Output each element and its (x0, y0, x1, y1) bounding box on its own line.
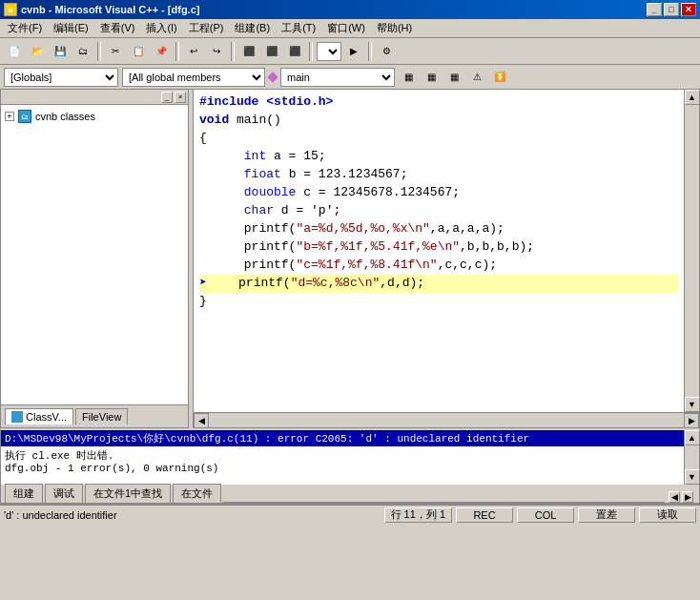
undo-button[interactable]: ↩ (183, 41, 204, 62)
output-tab-find2[interactable]: 在文件 (173, 484, 221, 503)
left-tabs: ClassV... FileView (1, 404, 188, 427)
search-button[interactable]: ⬛ (238, 41, 259, 62)
paste-button[interactable]: 📌 (151, 41, 172, 62)
nav-btn5[interactable]: ⏬ (490, 68, 509, 87)
search-combo[interactable] (317, 42, 341, 61)
toolbar1: 📄 📂 💾 🗂 ✂ 📋 📌 ↩ ↪ ⬛ ⬛ ⬛ ▶ ⚙ (0, 38, 700, 65)
code-line-7: char d = 'p'; (199, 202, 678, 220)
menu-edit[interactable]: 编辑(E) (48, 19, 94, 37)
output-tab-build[interactable]: 组建 (5, 484, 43, 503)
status-cap: 读取 (639, 507, 696, 523)
code-kw-douoble: douoble (244, 184, 297, 202)
menu-file[interactable]: 文件(F) (2, 19, 48, 37)
code-text-8: printf("a=%d,%5d,%o,%x\n",a,a,a,a); (244, 220, 504, 238)
scroll-left-btn[interactable]: ◀ (194, 413, 209, 428)
vertical-scrollbar[interactable]: ▲ ▼ (684, 90, 699, 412)
menu-project[interactable]: 工程(P) (183, 19, 230, 37)
output-tabs: 组建 调试 在文件1中查找 在文件 ◀ ▶ (1, 485, 699, 504)
menu-build[interactable]: 组建(B) (229, 19, 276, 37)
app-icon: ■ (4, 3, 17, 16)
tab-scroll-left[interactable]: ◀ (669, 491, 680, 503)
minimize-button[interactable]: _ (647, 3, 662, 16)
code-text-10: printf("c=%1f,%f,%8.41f\n",c,c,c); (244, 257, 497, 275)
close-button[interactable]: ✕ (681, 3, 696, 16)
separator1 (97, 42, 101, 61)
save-all-button[interactable]: 🗂 (72, 41, 93, 62)
tab-scroll-right[interactable]: ▶ (682, 491, 693, 503)
output-scroll-track[interactable] (685, 445, 700, 469)
scroll-up-btn[interactable]: ▲ (685, 90, 700, 105)
code-text-2-kw: void (199, 112, 229, 130)
menu-window[interactable]: 窗口(W) (321, 19, 371, 37)
maximize-button[interactable]: □ (664, 3, 679, 16)
cut-button[interactable]: ✂ (105, 41, 126, 62)
tree-item-cvnb[interactable]: + 🗂 cvnb classes (5, 109, 184, 124)
members-combo[interactable]: [All global members (122, 68, 265, 87)
search3-button[interactable]: ⬛ (284, 41, 305, 62)
code-content[interactable]: #include <stdio.h> void main() { int a =… (194, 90, 684, 412)
code-kw-char: char (244, 202, 274, 220)
new-button[interactable]: 📄 (4, 41, 25, 62)
menu-bar: 文件(F) 编辑(E) 查看(V) 插入(I) 工程(P) 组建(B) 工具(T… (0, 19, 700, 38)
status-col: COL (517, 507, 574, 523)
title-bar-left: ■ cvnb - Microsoft Visual C++ - [dfg.c] (4, 3, 199, 16)
debug-arrow-icon: ➤ (199, 275, 207, 293)
output-tab-debug[interactable]: 调试 (45, 484, 83, 503)
nav-btn4[interactable]: ⚠ (467, 68, 486, 87)
scroll-track[interactable] (685, 105, 700, 397)
redo-button[interactable]: ↪ (206, 41, 227, 62)
main-combo[interactable]: main (280, 68, 395, 87)
main-area: _ × + 🗂 cvnb classes ClassV... FileView (0, 90, 700, 428)
copy-button[interactable]: 📋 (128, 41, 149, 62)
fileview-tab-label: FileView (82, 411, 121, 423)
go-button[interactable]: ▶ (343, 41, 364, 62)
separator2 (175, 42, 179, 61)
left-panel-content: + 🗂 cvnb classes (1, 105, 188, 404)
panel-close-btn[interactable]: × (175, 92, 186, 103)
code-indent-5 (199, 166, 244, 184)
globals-combo[interactable]: [Globals] (4, 68, 118, 87)
tab-fileview[interactable]: FileView (75, 408, 128, 424)
code-indent-4 (199, 148, 244, 166)
hscroll-track[interactable] (209, 413, 684, 428)
open-button[interactable]: 📂 (27, 41, 48, 62)
extra-button[interactable]: ⚙ (376, 41, 397, 62)
code-text-11: printf("d=%c,%8c\n",d,d); (238, 275, 424, 293)
output-scroll-down[interactable]: ▼ (685, 469, 700, 485)
status-ovr: 置差 (578, 507, 635, 523)
code-indent-10 (199, 257, 244, 275)
code-line-10: printf("c=%1f,%f,%8.41f\n",c,c,c); (199, 257, 678, 275)
tree-item-label: cvnb classes (35, 111, 95, 122)
classview-tab-icon (11, 411, 23, 423)
bottom-output: D:\MSDev98\MyProjects\你好\cvnb\dfg.c(11) … (0, 428, 700, 505)
panel-minimize-btn[interactable]: _ (161, 92, 173, 103)
save-button[interactable]: 💾 (50, 41, 71, 62)
nav-btn1[interactable]: ▦ (399, 68, 418, 87)
tree-expand-icon[interactable]: + (5, 112, 14, 121)
code-indent-9 (199, 238, 244, 257)
tab-classview[interactable]: ClassV... (5, 408, 73, 424)
menu-help[interactable]: 帮助(H) (371, 19, 418, 37)
search2-button[interactable]: ⬛ (261, 41, 282, 62)
nav-btn3[interactable]: ▦ (444, 68, 463, 87)
code-text-5: b = 123.1234567; (281, 166, 408, 184)
code-kw-fioat: fioat (244, 166, 281, 184)
code-line-3: { (199, 130, 678, 148)
code-text-6: c = 12345678.1234567; (296, 184, 460, 202)
output-scroll-up[interactable]: ▲ (685, 430, 700, 445)
code-indent-11 (209, 275, 238, 293)
scroll-right-btn[interactable]: ▶ (684, 413, 699, 428)
scroll-down-btn[interactable]: ▼ (685, 397, 700, 412)
menu-insert[interactable]: 插入(I) (140, 19, 182, 37)
status-text: 'd' : undeclared identifier (4, 509, 381, 521)
output-vertical-scrollbar[interactable]: ▲ ▼ (684, 430, 699, 485)
status-bar: 'd' : undeclared identifier 行 11，列 1 REC… (0, 505, 700, 524)
code-line-2: void main() (199, 112, 678, 130)
menu-view[interactable]: 查看(V) (94, 19, 141, 37)
menu-tools[interactable]: 工具(T) (276, 19, 321, 37)
nav-btn2[interactable]: ▦ (422, 68, 441, 87)
output-tab-find1[interactable]: 在文件1中查找 (85, 484, 171, 503)
horizontal-scrollbar[interactable]: ◀ ▶ (194, 412, 699, 427)
code-kw-int: int (244, 148, 266, 166)
output-content-area: D:\MSDev98\MyProjects\你好\cvnb\dfg.c(11) … (1, 430, 684, 485)
